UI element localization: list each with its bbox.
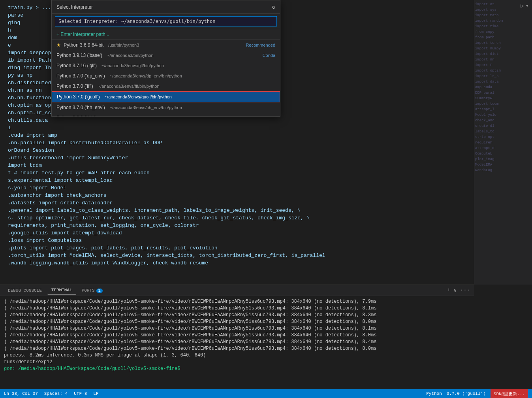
minimap-line: import tqdm [475, 101, 531, 107]
code-line: .utils.tensorboard import SummaryWriter [8, 154, 466, 162]
minimap-line: from path [475, 35, 531, 40]
minimap-line: create_dl [475, 123, 531, 129]
code-line: .general import labels_to_class_weights,… [8, 207, 466, 214]
code-line: requirements, print_mutation, set_loggin… [8, 222, 466, 229]
interpreter-item-python369-64bit[interactable]: ★ Python 3.6.9 64-bit/usr/bin/python3Rec… [52, 40, 280, 50]
minimap-line: ModelEMA [475, 162, 531, 168]
terminal-line: runs/detect/exp12 [4, 359, 470, 366]
status-spaces[interactable]: Spaces: 4 [44, 391, 68, 396]
code-line: .torch_utils import ModelEMA, select_dev… [8, 252, 466, 259]
interpreter-item-path: ~/anaconda3/envs/guoll/bin/python [105, 94, 172, 99]
interpreter-item-badge: Conda [263, 53, 275, 58]
interpreter-item-name: Python 3.7.0 ('guoll') [57, 94, 100, 100]
minimap-line: requirem [475, 140, 531, 145]
minimap-line: import nn [475, 57, 531, 62]
minimap-line: attempt_d [475, 145, 531, 151]
code-line: .cuda import amp [8, 132, 466, 139]
terminal-line: gon: /media/hadoop/HHAIWorkspace/Code/gu… [4, 366, 470, 372]
plus-icon[interactable]: + [447, 287, 450, 294]
terminal-tab-debug-console[interactable]: DEBUG CONSOLE [4, 287, 46, 294]
terminal-tabs: DEBUG CONSOLETERMINALPORTS1 + ∨ ··· [0, 285, 474, 296]
code-line: ch.utils.data [8, 117, 466, 124]
interpreter-item-python3716-gll[interactable]: Python 3.7.16 ('gll')~/anaconda3/envs/gl… [52, 60, 280, 71]
ellipsis-icon[interactable]: ··· [460, 287, 470, 294]
terminal-tab-terminal[interactable]: TERMINAL [47, 286, 76, 294]
code-line: .wandb logging.wandb_utils import WandbL… [8, 259, 466, 267]
status-error-text: SDN@里更新... [494, 391, 525, 397]
minimap-line: check_anc [475, 118, 531, 123]
code-line: orBoard Session [8, 147, 466, 154]
run-dropdown-icon[interactable]: ▾ [526, 2, 529, 9]
interpreter-item-name: Python 3.7.0 ('fff') [56, 83, 93, 89]
minimap-line: SummaryW [475, 96, 531, 101]
add-path-label: + Enter interpreter path... [56, 32, 109, 37]
code-line: l [8, 124, 466, 132]
interpreter-item-python370-dp_env[interactable]: Python 3.7.0 ('dp_env')~/anaconda3/envs/… [52, 71, 280, 81]
minimap-line: import torch [475, 40, 531, 46]
interpreter-item-name: Python 3.7.0 ('dp_env') [56, 73, 105, 79]
add-interpreter-path-item[interactable]: + Enter interpreter path... [52, 29, 280, 40]
terminal-tab-actions: + ∨ ··· [447, 287, 470, 294]
interpreter-list: + Enter interpreter path... ★ Python 3.6… [52, 29, 280, 116]
status-position[interactable]: Ln 38, Col 37 [4, 391, 38, 396]
minimap-line: import optim [475, 68, 531, 74]
interpreter-item-python369-64bit-usr[interactable]: Python 3.6.9 64-bit/usr/bin/python3Globa… [52, 113, 280, 116]
minimap-line: labels_to [475, 129, 531, 134]
terminal-area: DEBUG CONSOLETERMINALPORTS1 + ∨ ··· ) /m… [0, 285, 474, 398]
interpreter-dialog-overlay: Select Interpreter ↻ + Enter interpreter… [51, 0, 280, 117]
terminal-line: ) /media/hadoop/HHAIWorkspace/Code/guoll… [4, 332, 470, 339]
minimap-line: import time [475, 24, 531, 29]
terminal-line: process, 8.2ms inference, 0.3ms NMS per … [4, 352, 470, 359]
interpreter-item-path: ~/anaconda3/envs/gll/bin/python [102, 63, 164, 68]
minimap-line: DDP paral [475, 90, 531, 96]
code-line: s.experimental import attempt_load [8, 177, 466, 184]
interpreter-item-name: Python 3.7.0 ('hh_env') [56, 105, 105, 110]
minimap-line: attempt_l [475, 107, 531, 112]
terminal-line: ) /media/hadoop/HHAIWorkspace/Code/guoll… [4, 339, 470, 345]
interpreter-item-path: ~/anaconda3/bin/python [107, 53, 154, 58]
interpreter-item-path: /usr/bin/python3 [108, 43, 139, 47]
minimap-line: Model yolo [475, 112, 531, 118]
interpreter-item-name: Python 3.9.13 ('base') [56, 53, 102, 58]
dialog-input-row [52, 14, 280, 29]
interpreter-path-input[interactable] [55, 16, 277, 26]
run-button[interactable]: ▷ [521, 2, 524, 9]
terminal-line: ) /media/hadoop/HHAIWorkspace/Code/guoll… [4, 345, 470, 352]
terminal-line: ) /media/hadoop/HHAIWorkspace/Code/guoll… [4, 319, 470, 325]
interpreter-item-python3913-base[interactable]: Python 3.9.13 ('base')~/anaconda3/bin/py… [52, 50, 280, 60]
code-line: .plots import plot_images, plot_labels, … [8, 244, 466, 252]
code-line: import tqdm [8, 162, 466, 169]
status-bar: Ln 38, Col 37 Spaces: 4 UTF-8 LF Python … [0, 389, 532, 398]
terminal-tab-ports[interactable]: PORTS1 [78, 287, 107, 294]
interpreter-item-badge: Global [263, 115, 275, 116]
dialog-title: Select Interpreter [56, 4, 93, 10]
minimap-line: amp cuda [475, 85, 531, 90]
terminal-content: ) /media/hadoop/HHAIWorkspace/Code/guoll… [0, 296, 474, 398]
interpreter-item-path: ~/anaconda3/envs/dp_env/bin/python [110, 74, 182, 78]
status-language[interactable]: Python [426, 391, 442, 396]
chevron-down-icon[interactable]: ∨ [453, 287, 457, 294]
interpreter-item-python370-fff[interactable]: Python 3.7.0 ('fff')~/anaconda3/envs/fff… [52, 81, 280, 91]
code-line: .autoanchor import check_anchors [8, 192, 466, 199]
interpreter-item-name: ★ Python 3.6.9 64-bit [56, 42, 103, 48]
minimap-line: import F [475, 62, 531, 68]
interpreter-item-python370-hh_env[interactable]: Python 3.7.0 ('hh_env')~/anaconda3/envs/… [52, 102, 280, 113]
code-line: .google_utils import attempt_download [8, 229, 466, 237]
interpreter-item-path: ~/anaconda3/envs/fff/bin/python [98, 84, 160, 89]
dialog-refresh-button[interactable]: ↻ [272, 4, 275, 10]
interpreter-item-python370-guoll[interactable]: Python 3.7.0 ('guoll')~/anaconda3/envs/g… [52, 91, 280, 102]
minimap-line: import data [475, 79, 531, 85]
code-line: t # import test.py to get mAP after each… [8, 169, 466, 177]
minimap-line: import dist [475, 51, 531, 57]
interpreter-item-path: /usr/bin/python3 [101, 115, 132, 116]
status-interpreter[interactable]: 3.7.0 ('guoll') [447, 391, 486, 396]
status-encoding[interactable]: UTF-8 [74, 391, 87, 396]
interpreter-item-badge: Recommended [246, 43, 275, 47]
status-eol[interactable]: LF [93, 391, 98, 396]
top-right-controls: ▷ ▾ [521, 2, 529, 9]
dialog-title-bar: Select Interpreter ↻ [52, 0, 280, 14]
code-line: s.yolo import Model [8, 184, 466, 192]
interpreter-item-name: Python 3.6.9 64-bit [56, 115, 96, 116]
code-line: s, strip_optimizer, get_latest_run, chec… [8, 214, 466, 222]
code-line: .loss import ComputeLoss [8, 237, 466, 244]
